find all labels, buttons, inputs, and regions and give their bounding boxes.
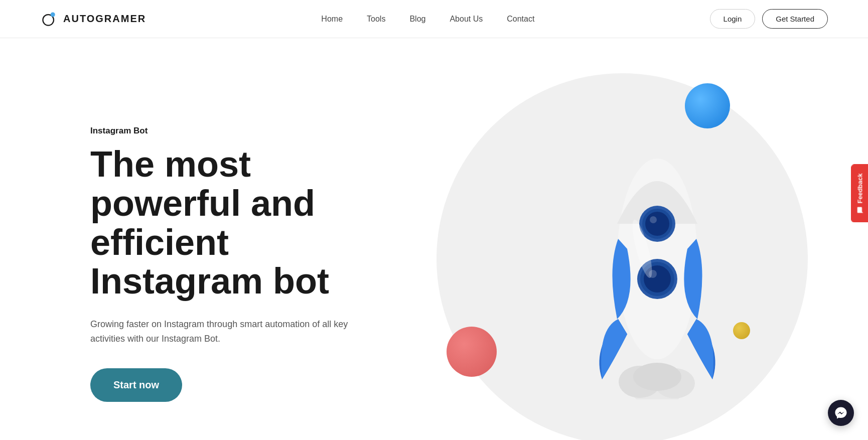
logo-icon <box>40 10 58 28</box>
feedback-tab[interactable]: Feedback <box>851 165 868 223</box>
hero-content: Instagram Bot The most powerful and effi… <box>90 116 401 402</box>
nav-about[interactable]: About Us <box>450 15 483 24</box>
nav-tools[interactable]: Tools <box>367 15 385 24</box>
rocket-svg <box>562 108 753 399</box>
nav-blog[interactable]: Blog <box>409 15 425 24</box>
chat-bubble-button[interactable] <box>828 400 854 426</box>
hero-title: The most powerful and efficient Instagra… <box>90 145 401 301</box>
feedback-label: Feedback <box>856 174 864 204</box>
hero-visual <box>416 68 828 440</box>
nav-actions: Login Get Started <box>710 9 828 29</box>
nav-links: Home Tools Blog About Us Contact <box>321 15 534 24</box>
hero-section: Instagram Bot The most powerful and effi… <box>0 38 868 440</box>
nav-contact[interactable]: Contact <box>507 15 534 24</box>
navbar: AUTOGRAMER Home Tools Blog About Us Cont… <box>0 0 868 38</box>
decoration-red-ball <box>447 327 497 377</box>
decoration-gold-ball <box>733 322 750 339</box>
logo[interactable]: AUTOGRAMER <box>40 10 146 28</box>
hero-label: Instagram Bot <box>90 126 401 136</box>
feedback-icon <box>856 207 863 214</box>
svg-point-9 <box>645 212 669 236</box>
rocket-illustration <box>562 108 763 409</box>
decoration-blue-ball <box>685 83 730 128</box>
svg-point-1 <box>51 12 55 17</box>
feedback-tab-wrapper[interactable]: Feedback <box>851 165 868 223</box>
start-now-button[interactable]: Start now <box>90 368 182 402</box>
login-button[interactable]: Login <box>710 9 756 29</box>
get-started-button[interactable]: Get Started <box>762 9 828 29</box>
svg-point-10 <box>650 216 657 223</box>
hero-description: Growing faster on Instagram through smar… <box>90 317 371 346</box>
svg-point-5 <box>633 363 681 391</box>
brand-name: AUTOGRAMER <box>63 13 146 25</box>
messenger-icon <box>834 406 847 419</box>
nav-home[interactable]: Home <box>321 15 343 24</box>
